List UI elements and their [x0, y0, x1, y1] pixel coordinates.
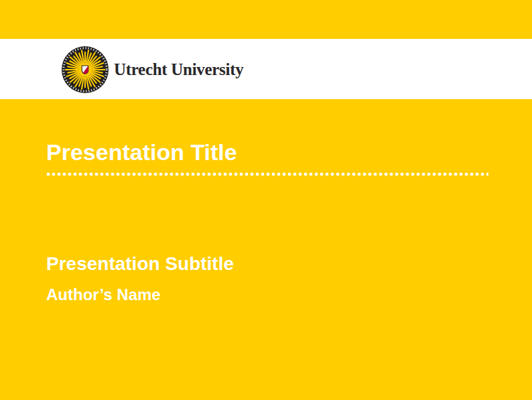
- utrecht-university-sun-seal-icon: [62, 46, 109, 93]
- presentation-subtitle: Presentation Subtitle: [46, 255, 234, 273]
- presentation-title: Presentation Title: [46, 141, 237, 163]
- author-name: Author’s Name: [46, 287, 161, 303]
- title-slide: Utrecht University Presentation Title Pr…: [0, 0, 532, 400]
- dotted-divider: [46, 172, 488, 176]
- university-wordmark: Utrecht University: [114, 61, 243, 78]
